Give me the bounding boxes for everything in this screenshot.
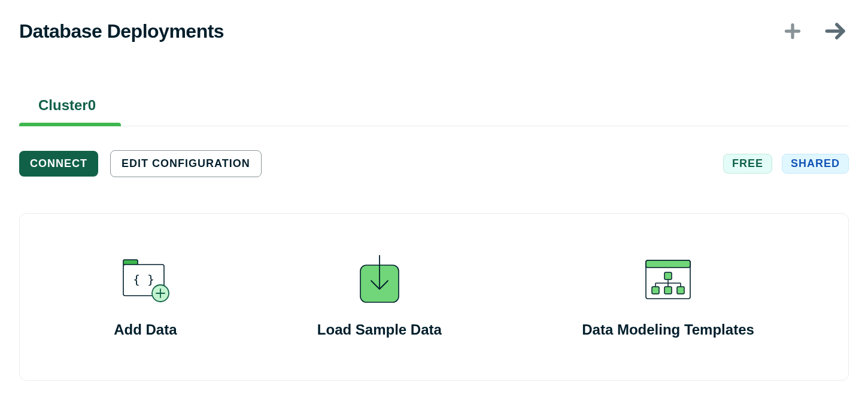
svg-rect-14 [652,287,659,294]
free-badge: FREE [723,154,772,174]
svg-rect-13 [664,272,672,280]
navigate-button[interactable] [823,18,849,44]
arrow-right-icon [823,18,849,44]
plus-icon [782,20,803,42]
edit-configuration-button[interactable]: EDIT CONFIGURATION [110,150,262,177]
cluster-tabs: Cluster0 [19,97,849,126]
add-button[interactable] [782,20,803,42]
shared-badge: SHARED [782,154,849,174]
templates-window-icon [644,256,693,303]
svg-rect-16 [677,287,684,294]
svg-rect-15 [664,287,672,294]
cluster-tab[interactable]: Cluster0 [19,97,115,126]
load-sample-data-card[interactable]: Load Sample Data [317,256,442,338]
svg-rect-12 [646,260,690,268]
page-title: Database Deployments [19,20,224,42]
templates-label: Data Modeling Templates [582,321,754,338]
cards-panel: { } Add Data Load Sample Data [19,213,849,381]
add-data-card[interactable]: { } Add Data [114,256,177,338]
header-actions [782,18,849,44]
data-modeling-templates-card[interactable]: Data Modeling Templates [582,256,754,338]
load-sample-label: Load Sample Data [317,321,442,338]
add-data-label: Add Data [114,321,177,338]
add-data-folder-icon: { } [121,256,170,303]
connect-button[interactable]: CONNECT [19,151,98,177]
svg-text:{ }: { } [133,272,154,287]
download-box-icon [358,256,401,303]
